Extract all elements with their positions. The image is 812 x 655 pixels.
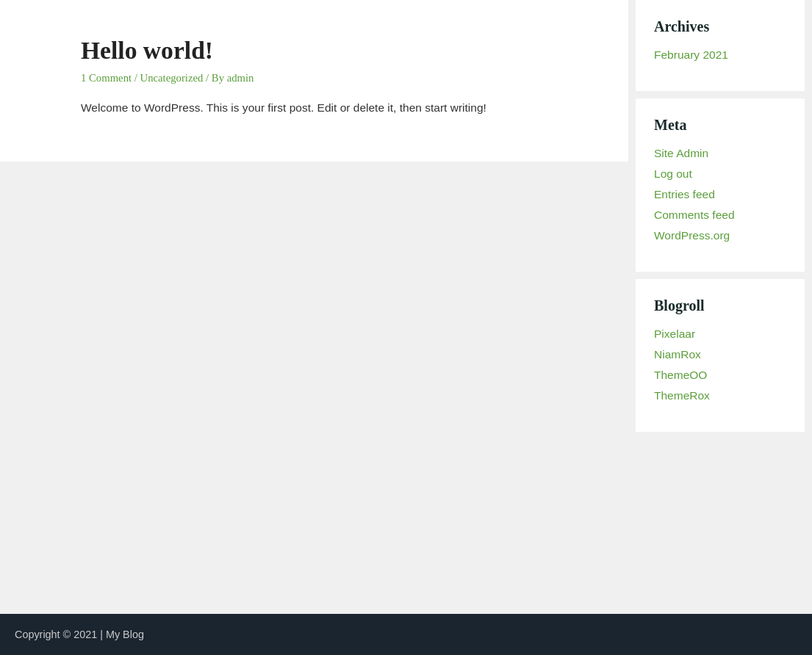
post-meta: 1 Comment / Uncategorized / By admin xyxy=(81,72,584,84)
blogroll-link-themeoo[interactable]: ThemeOO xyxy=(654,369,707,381)
list-item: ThemeOO xyxy=(654,369,786,382)
archives-list: February 2021 xyxy=(654,48,786,62)
footer-copyright: Copyright © 2021 | My Blog xyxy=(15,629,144,640)
blogroll-list: Pixelaar NiamRox ThemeOO ThemeRox xyxy=(654,328,786,402)
meta-link-comments-feed[interactable]: Comments feed xyxy=(654,209,735,221)
meta-link-site-admin[interactable]: Site Admin xyxy=(654,147,708,159)
blogroll-title: Blogroll xyxy=(654,297,786,314)
meta-list: Site Admin Log out Entries feed Comments… xyxy=(654,147,786,242)
archives-widget: Archives February 2021 xyxy=(636,0,805,91)
footer: Copyright © 2021 | My Blog xyxy=(0,614,812,655)
post-excerpt: Welcome to WordPress. This is your first… xyxy=(81,99,584,117)
post-author[interactable]: admin xyxy=(227,72,254,84)
meta-link-wordpress-org[interactable]: WordPress.org xyxy=(654,229,730,242)
post-card: Hello world! 1 Comment / Uncategorized /… xyxy=(0,0,628,162)
list-item: February 2021 xyxy=(654,48,786,62)
list-item: Pixelaar xyxy=(654,328,786,341)
list-item: WordPress.org xyxy=(654,229,786,242)
sidebar: Archives February 2021 Meta Site Admin L… xyxy=(628,0,812,614)
blogroll-link-pixelaar[interactable]: Pixelaar xyxy=(654,328,695,340)
post-category[interactable]: Uncategorized xyxy=(140,72,204,84)
content-area: Hello world! 1 Comment / Uncategorized /… xyxy=(0,0,812,614)
list-item: Site Admin xyxy=(654,147,786,160)
archive-link-feb2021[interactable]: February 2021 xyxy=(654,48,728,61)
meta-widget: Meta Site Admin Log out Entries feed Com… xyxy=(636,98,805,272)
meta-title: Meta xyxy=(654,117,786,134)
list-item: Comments feed xyxy=(654,209,786,222)
page-wrapper: Hello world! 1 Comment / Uncategorized /… xyxy=(0,0,812,655)
blogroll-link-niamrox[interactable]: NiamRox xyxy=(654,348,701,361)
main-content: Hello world! 1 Comment / Uncategorized /… xyxy=(0,0,628,614)
list-item: Log out xyxy=(654,167,786,181)
list-item: ThemeRox xyxy=(654,389,786,402)
post-title: Hello world! xyxy=(81,37,584,65)
post-meta-sep2: / By xyxy=(203,72,226,84)
meta-link-logout[interactable]: Log out xyxy=(654,167,692,180)
meta-link-entries-feed[interactable]: Entries feed xyxy=(654,188,715,200)
post-comment-count[interactable]: 1 Comment xyxy=(81,72,132,84)
list-item: Entries feed xyxy=(654,188,786,201)
blogroll-widget: Blogroll Pixelaar NiamRox ThemeOO ThemeR… xyxy=(636,279,805,432)
blogroll-link-themerox[interactable]: ThemeRox xyxy=(654,389,710,402)
post-meta-sep1: / xyxy=(132,72,140,84)
list-item: NiamRox xyxy=(654,348,786,361)
archives-title: Archives xyxy=(654,18,786,35)
